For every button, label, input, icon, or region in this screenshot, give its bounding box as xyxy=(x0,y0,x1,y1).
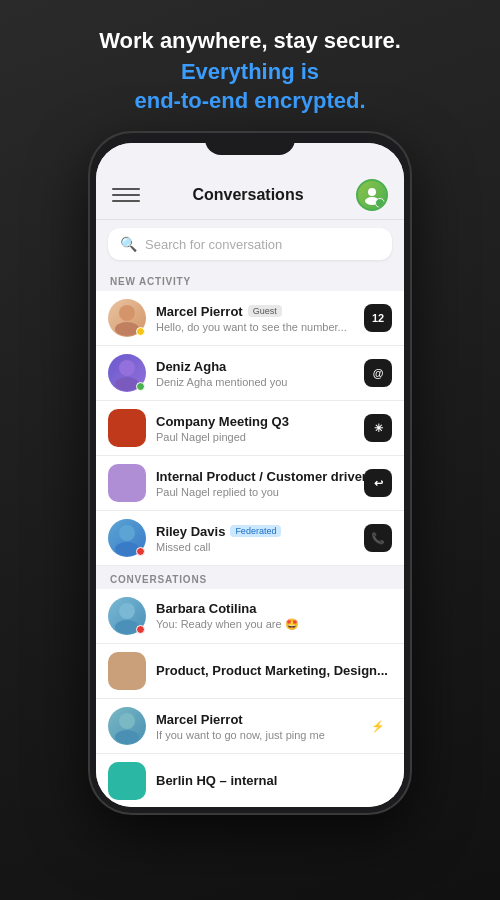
conv-name-row: Marcel Pierrot Guest xyxy=(156,304,354,319)
svg-point-11 xyxy=(115,730,139,744)
list-item[interactable]: Product, Product Marketing, Design... xyxy=(96,644,404,699)
conv-info: Marcel Pierrot If you want to go now, ju… xyxy=(156,712,354,741)
reply-badge: ↩ xyxy=(364,469,392,497)
phone-notch xyxy=(205,133,295,155)
list-item[interactable]: Deniz Agha Deniz Agha mentioned you @ xyxy=(96,346,404,401)
conv-name-row: Berlin HQ – internal xyxy=(156,773,392,788)
avatar-wrap xyxy=(108,762,146,800)
online-indicator xyxy=(136,382,145,391)
conv-preview: Hello, do you want to see the number... xyxy=(156,321,354,333)
conv-name-row: Deniz Agha xyxy=(156,359,354,374)
conv-info: Internal Product / Customer driven... Pa… xyxy=(156,469,354,498)
conversations-section-label: CONVERSATIONS xyxy=(96,566,404,589)
headline-area: Work anywhere, stay secure. Everything i… xyxy=(69,0,431,133)
phone-screen: Conversations 🔍 Search for conversation … xyxy=(96,143,404,807)
svg-point-2 xyxy=(119,305,135,321)
conv-name-row: Marcel Pierrot xyxy=(156,712,354,727)
menu-icon[interactable] xyxy=(112,181,140,209)
conv-preview: You: Ready when you are 🤩 xyxy=(156,618,392,631)
list-item[interactable]: Company Meeting Q3 Paul Nagel pinged ✳ xyxy=(96,401,404,456)
conv-name-row: Internal Product / Customer driven... xyxy=(156,469,354,484)
conv-name: Internal Product / Customer driven... xyxy=(156,469,381,484)
conv-preview: Deniz Agha mentioned you xyxy=(156,376,354,388)
conversations-list: NEW ACTIVITY Marcel Pierrot Guest Hello,… xyxy=(96,268,404,807)
conv-name-row: Riley Davis Federated xyxy=(156,524,354,539)
avatar-wrap xyxy=(108,707,146,745)
conv-info: Barbara Cotilina You: Ready when you are… xyxy=(156,601,392,631)
svg-point-8 xyxy=(119,603,135,619)
svg-point-6 xyxy=(119,525,135,541)
conv-name: Deniz Agha xyxy=(156,359,226,374)
avatar-wrap xyxy=(108,354,146,392)
conv-name: Riley Davis xyxy=(156,524,225,539)
missed-call-badge: 📞 xyxy=(364,524,392,552)
header-title: Conversations xyxy=(192,186,303,204)
conv-info: Deniz Agha Deniz Agha mentioned you xyxy=(156,359,354,388)
federated-badge: Federated xyxy=(230,525,281,537)
avatar-wrap xyxy=(108,464,146,502)
conv-info: Berlin HQ – internal xyxy=(156,773,392,790)
avatar-wrap xyxy=(108,409,146,447)
svg-point-10 xyxy=(119,713,135,729)
new-activity-section-label: NEW ACTIVITY xyxy=(96,268,404,291)
conv-preview: Paul Nagel pinged xyxy=(156,431,354,443)
conv-info: Riley Davis Federated Missed call xyxy=(156,524,354,553)
online-indicator xyxy=(136,327,145,336)
conv-name: Marcel Pierrot xyxy=(156,712,243,727)
lightning-badge: ⚡ xyxy=(364,712,392,740)
headline-main: Work anywhere, stay secure. xyxy=(99,28,401,54)
headline-sub: Everything is end-to-end encrypted. xyxy=(99,58,401,115)
online-indicator xyxy=(136,625,145,634)
avatar xyxy=(108,707,146,745)
conv-info: Product, Product Marketing, Design... xyxy=(156,663,392,680)
search-icon: 🔍 xyxy=(120,236,137,252)
avatar xyxy=(108,464,146,502)
avatar xyxy=(108,652,146,690)
conv-info: Company Meeting Q3 Paul Nagel pinged xyxy=(156,414,354,443)
search-bar[interactable]: 🔍 Search for conversation xyxy=(108,228,392,260)
ping-badge: ✳ xyxy=(364,414,392,442)
online-indicator xyxy=(136,547,145,556)
conv-name: Company Meeting Q3 xyxy=(156,414,289,429)
list-item[interactable]: Marcel Pierrot If you want to go now, ju… xyxy=(96,699,404,754)
avatar-wrap xyxy=(108,652,146,690)
conv-preview: If you want to go now, just ping me xyxy=(156,729,354,741)
avatar xyxy=(108,762,146,800)
user-avatar[interactable] xyxy=(356,179,388,211)
phone-frame: Conversations 🔍 Search for conversation … xyxy=(90,133,410,813)
avatar xyxy=(108,409,146,447)
unread-badge: 12 xyxy=(364,304,392,332)
svg-point-0 xyxy=(368,188,376,196)
list-item[interactable]: Berlin HQ – internal xyxy=(96,754,404,807)
guest-badge: Guest xyxy=(248,305,282,317)
search-placeholder: Search for conversation xyxy=(145,237,282,252)
conv-preview: Missed call xyxy=(156,541,354,553)
list-item[interactable]: Riley Davis Federated Missed call 📞 xyxy=(96,511,404,566)
mention-badge: @ xyxy=(364,359,392,387)
svg-point-1 xyxy=(365,197,379,205)
conv-name-row: Product, Product Marketing, Design... xyxy=(156,663,392,678)
avatar-wrap xyxy=(108,597,146,635)
list-item[interactable]: Barbara Cotilina You: Ready when you are… xyxy=(96,589,404,644)
avatar-wrap xyxy=(108,519,146,557)
svg-point-4 xyxy=(119,360,135,376)
conv-info: Marcel Pierrot Guest Hello, do you want … xyxy=(156,304,354,333)
conv-name: Barbara Cotilina xyxy=(156,601,256,616)
conv-name-row: Barbara Cotilina xyxy=(156,601,392,616)
conv-name: Marcel Pierrot xyxy=(156,304,243,319)
conv-name: Product, Product Marketing, Design... xyxy=(156,663,388,678)
avatar-wrap xyxy=(108,299,146,337)
conv-preview: Paul Nagel replied to you xyxy=(156,486,354,498)
conv-name-row: Company Meeting Q3 xyxy=(156,414,354,429)
conv-name: Berlin HQ – internal xyxy=(156,773,277,788)
list-item[interactable]: Internal Product / Customer driven... Pa… xyxy=(96,456,404,511)
list-item[interactable]: Marcel Pierrot Guest Hello, do you want … xyxy=(96,291,404,346)
